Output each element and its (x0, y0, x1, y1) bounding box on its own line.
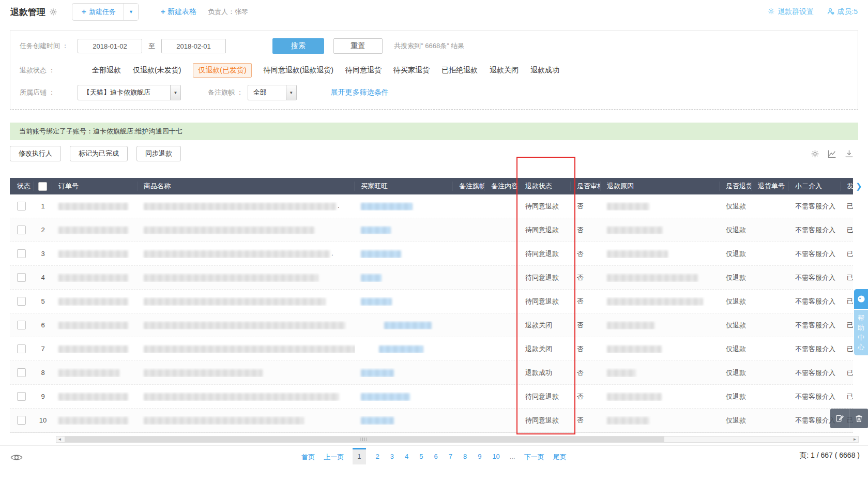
row-checkbox[interactable] (17, 368, 26, 377)
select-all-checkbox[interactable] (38, 182, 47, 191)
batch-action-button[interactable]: 修改执行人 (10, 146, 61, 161)
search-button[interactable]: 搜索 (272, 38, 324, 54)
flag-label: 备注旗帜 ： (208, 88, 243, 97)
cell-audit: 否 (571, 392, 601, 401)
new-task-caret[interactable]: ▼ (124, 4, 138, 20)
cell-refund-status: 待同意退款 (519, 392, 571, 401)
cell-product-name (138, 344, 355, 353)
cell-refund-reason (601, 297, 720, 305)
redacted-buyer-value (361, 393, 410, 401)
status-option[interactable]: 已拒绝退款 (441, 66, 478, 75)
horizontal-scrollbar[interactable]: ◄ ► (56, 436, 859, 443)
pagination-first[interactable]: 首页 (301, 448, 315, 462)
caret-down-icon: ▼ (170, 85, 180, 100)
shop-select[interactable]: 【天猫】迪卡侬旗舰店 ▼ (78, 85, 181, 100)
help-chat-icon[interactable] (854, 289, 868, 309)
title-gear-icon[interactable] (49, 8, 57, 16)
pagination-page[interactable]: 10 (491, 448, 500, 460)
column-header: 发货状态 (841, 182, 853, 191)
cell-buyer-wangwang (355, 416, 453, 424)
pagination-page[interactable]: 1 (353, 448, 366, 464)
row-number: 5 (34, 297, 52, 305)
redacted-value (607, 417, 649, 425)
row-checkbox[interactable] (17, 273, 26, 282)
flag-select[interactable]: 全部 ▼ (248, 85, 297, 100)
pagination-page[interactable]: 3 (389, 448, 395, 460)
cell-return-type: 仅退款 (720, 273, 752, 282)
cell-refund-status: 待同意退款 (519, 297, 571, 306)
pagination-page[interactable]: 5 (418, 448, 424, 460)
pagination-page[interactable]: 2 (375, 448, 380, 460)
status-option[interactable]: 仅退款(已发货) (193, 63, 251, 78)
redacted-value (58, 345, 128, 353)
pagination-page[interactable]: 9 (477, 448, 482, 460)
owner-label: 负责人：张琴 (208, 7, 248, 17)
trash-icon[interactable] (849, 409, 868, 428)
row-checkbox[interactable] (17, 249, 26, 258)
refund-status-label: 退款状态 ： (20, 66, 78, 75)
pagination-prev[interactable]: 上一页 (324, 448, 344, 462)
row-number: 4 (34, 274, 52, 281)
expand-more-filters-link[interactable]: 展开更多筛选条件 (331, 88, 389, 97)
row-checkbox[interactable] (17, 226, 26, 234)
batch-action-button[interactable]: 同步退款 (136, 146, 181, 161)
filter-row-time: 任务创建时间 ： 至 搜索 重置 共搜索到" 6668条" 结果 (20, 38, 848, 54)
reset-button[interactable]: 重置 (333, 38, 383, 54)
cell-refund-status: 待同意退款 (519, 273, 571, 282)
status-option[interactable]: 退款成功 (530, 66, 559, 75)
new-table-button[interactable]: ＋ 新建表格 (159, 7, 196, 17)
redacted-value (58, 203, 128, 211)
row-checkbox[interactable] (17, 321, 26, 329)
expand-columns-chevron-icon[interactable]: ❯ (856, 182, 862, 191)
pagination-page[interactable]: 7 (448, 448, 453, 460)
members-entry[interactable]: 成员:5 (827, 7, 858, 17)
table-settings-gear-icon[interactable] (811, 149, 819, 160)
cell-intervention: 不需客服介入 (789, 344, 841, 354)
cell-return-type: 仅退款 (720, 202, 752, 211)
refund-group-settings[interactable]: 退款群设置 (767, 7, 814, 17)
scroll-left-arrow-icon[interactable]: ◄ (56, 437, 63, 442)
status-option[interactable]: 待同意退款(退款退货) (264, 66, 333, 75)
cell (10, 344, 34, 353)
pagination-page[interactable]: 6 (433, 448, 438, 460)
cell-intervention: 不需客服介入 (789, 321, 841, 330)
cell-ship-status: 已发货 (841, 202, 853, 211)
column-header: 退款原因 (601, 182, 720, 191)
footer-divider (0, 445, 868, 446)
row-checkbox[interactable] (17, 344, 26, 353)
cell-buyer-wangwang (355, 368, 453, 377)
row-checkbox[interactable] (17, 416, 26, 425)
pagination-page[interactable]: 4 (404, 448, 409, 460)
new-task-split-button[interactable]: ＋ 新建任务 ▼ (72, 3, 139, 21)
date-to-input[interactable] (161, 39, 226, 53)
status-option[interactable]: 待同意退货 (345, 66, 382, 75)
cell-ship-status: 已发货 (841, 392, 853, 401)
date-from-input[interactable] (78, 39, 142, 53)
cell-order-no (52, 416, 138, 424)
help-center-tab[interactable]: 帮助中心 (854, 310, 868, 355)
redacted-buyer-value (379, 345, 423, 353)
edit-icon[interactable] (830, 409, 849, 428)
status-option[interactable]: 待买家退货 (393, 66, 430, 75)
status-option[interactable]: 退款关闭 (490, 66, 519, 75)
row-checkbox[interactable] (17, 297, 26, 306)
scrollbar-thumb[interactable] (65, 437, 664, 442)
batch-action-button[interactable]: 标记为已完成 (70, 146, 128, 161)
download-icon[interactable] (845, 149, 854, 160)
pagination-page[interactable]: 8 (462, 448, 468, 460)
cell-intervention: 不需客服介入 (789, 297, 841, 306)
status-option[interactable]: 全部退款 (92, 66, 121, 75)
status-option[interactable]: 仅退款(未发货) (133, 66, 181, 75)
row-checkbox[interactable] (17, 202, 26, 211)
cell-audit: 否 (571, 226, 601, 235)
row-checkbox[interactable] (17, 392, 26, 401)
pagination-last[interactable]: 尾页 (553, 448, 567, 462)
chart-icon[interactable] (828, 149, 836, 160)
pagination-next[interactable]: 下一页 (524, 448, 544, 462)
cell-refund-reason (601, 368, 720, 377)
scroll-right-arrow-icon[interactable]: ► (851, 437, 858, 442)
redacted-value (58, 298, 128, 306)
text-fragment: . (331, 249, 333, 257)
table-row: 1.待同意退款否仅退款不需客服介入已发货 (10, 194, 853, 218)
cell-ship-status: 已发货 (841, 344, 853, 354)
